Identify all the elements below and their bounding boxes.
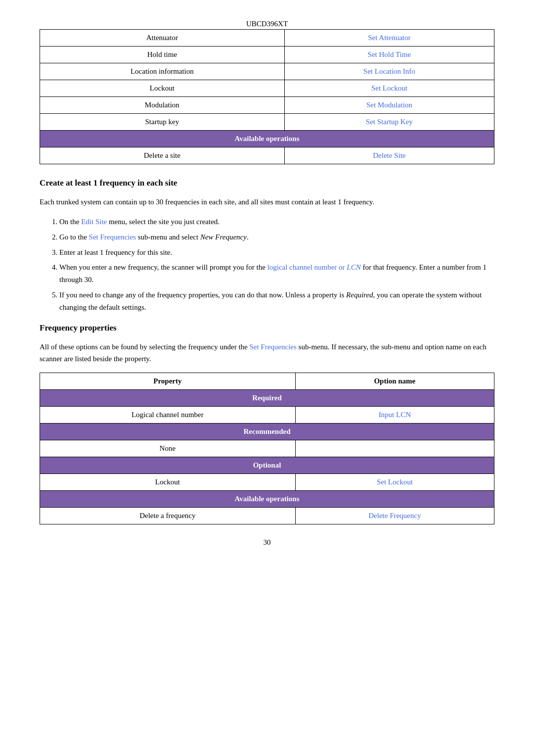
property-cell: Location information	[40, 63, 285, 80]
step2-text-before: Go to the	[59, 233, 89, 241]
property-cell: Modulation	[40, 97, 285, 114]
property-cell: None	[40, 440, 296, 457]
option-cell: Set Location Info	[284, 63, 494, 80]
delete-frequency-link[interactable]: Delete Frequency	[368, 512, 421, 520]
available-operations-label: Available operations	[40, 131, 494, 147]
section1-intro: Each trunked system can contain up to 30…	[40, 196, 494, 208]
available-operations-header: Available operations	[40, 131, 494, 147]
property-cell: Delete a site	[40, 147, 285, 164]
page-content: UBCD396XT Attenuator Set Attenuator Hold…	[40, 20, 494, 547]
step5-text-before: If you need to change any of the frequen…	[59, 291, 482, 311]
table-row: Attenuator Set Attenuator	[40, 30, 494, 47]
property-cell: Attenuator	[40, 30, 285, 47]
logical-channel-link[interactable]: logical channel number or LCN	[267, 263, 361, 271]
available-operations-header2: Available operations	[40, 491, 494, 508]
set-startup-key-link[interactable]: Set Startup Key	[366, 118, 413, 126]
set-frequencies-link[interactable]: Set Frequencies	[89, 233, 136, 241]
property-cell: Hold time	[40, 47, 285, 63]
property-cell: Delete a frequency	[40, 508, 296, 524]
option-cell: Set Hold Time	[284, 47, 494, 63]
table-row: Modulation Set Modulation	[40, 97, 494, 114]
edit-site-link[interactable]: Edit Site	[81, 218, 107, 226]
device-label: UBCD396XT	[40, 20, 494, 28]
list-item: When you enter a new frequency, the scan…	[59, 261, 494, 286]
required-italic: Required	[346, 291, 373, 299]
step2-text-after: sub-menu and select New Frequency.	[136, 233, 249, 241]
option-cell: Set Lockout	[295, 474, 494, 491]
list-item: Go to the Set Frequencies sub-menu and s…	[59, 231, 494, 243]
option-cell: Delete Frequency	[295, 508, 494, 524]
frequency-properties-table: Property Option name Required Logical ch…	[40, 373, 494, 524]
option-cell: Set Startup Key	[284, 114, 494, 131]
table-row: Hold time Set Hold Time	[40, 47, 494, 63]
step3-text: Enter at least 1 frequency for this site…	[59, 248, 172, 256]
option-cell: Set Modulation	[284, 97, 494, 114]
table-row: Delete a frequency Delete Frequency	[40, 508, 494, 524]
site-properties-table: Attenuator Set Attenuator Hold time Set …	[40, 29, 494, 164]
available-operations-label2: Available operations	[40, 491, 494, 508]
table-header-row: Property Option name	[40, 373, 494, 390]
set-attenuator-link[interactable]: Set Attenuator	[368, 34, 410, 42]
table-row: Logical channel number Input LCN	[40, 407, 494, 424]
col-option: Option name	[295, 373, 494, 390]
new-frequency-italic: New Frequency	[200, 233, 247, 241]
property-cell: Lockout	[40, 474, 296, 491]
set-location-info-link[interactable]: Set Location Info	[363, 67, 415, 75]
option-cell	[295, 440, 494, 457]
list-item: If you need to change any of the frequen…	[59, 289, 494, 314]
section2-intro: All of these options can be found by sel…	[40, 341, 494, 365]
optional-header: Optional	[40, 457, 494, 474]
recommended-header: Recommended	[40, 424, 494, 440]
option-cell: Set Lockout	[284, 80, 494, 97]
step1-text-after: menu, select the site you just created.	[107, 218, 220, 226]
option-cell: Set Attenuator	[284, 30, 494, 47]
input-lcn-link[interactable]: Input LCN	[379, 411, 411, 419]
option-cell: Delete Site	[284, 147, 494, 164]
page-number: 30	[40, 538, 494, 547]
property-cell: Logical channel number	[40, 407, 296, 424]
option-cell: Input LCN	[295, 407, 494, 424]
table-row: Delete a site Delete Site	[40, 147, 494, 164]
steps-list: On the Edit Site menu, select the site y…	[59, 216, 494, 313]
section2-title: Frequency properties	[40, 323, 494, 333]
lcn-italic: LCN	[347, 263, 360, 271]
required-header: Required	[40, 390, 494, 407]
set-lockout-freq-link[interactable]: Set Lockout	[377, 478, 413, 486]
required-label: Required	[40, 390, 494, 407]
table-row: Lockout Set Lockout	[40, 80, 494, 97]
property-cell: Startup key	[40, 114, 285, 131]
list-item: Enter at least 1 frequency for this site…	[59, 246, 494, 259]
table-row: Lockout Set Lockout	[40, 474, 494, 491]
set-lockout-link[interactable]: Set Lockout	[371, 84, 407, 92]
table-row: None	[40, 440, 494, 457]
set-frequencies-link2[interactable]: Set Frequencies	[249, 343, 296, 351]
step4-text-before: When you enter a new frequency, the scan…	[59, 263, 267, 271]
delete-site-link[interactable]: Delete Site	[373, 151, 405, 159]
optional-label: Optional	[40, 457, 494, 474]
table-row: Location information Set Location Info	[40, 63, 494, 80]
list-item: On the Edit Site menu, select the site y…	[59, 216, 494, 228]
table-row: Startup key Set Startup Key	[40, 114, 494, 131]
set-modulation-link[interactable]: Set Modulation	[366, 101, 412, 109]
section2-intro-before: All of these options can be found by sel…	[40, 343, 249, 351]
col-property: Property	[40, 373, 296, 390]
set-hold-time-link[interactable]: Set Hold Time	[368, 50, 411, 58]
step1-text-before: On the	[59, 218, 81, 226]
section1-title: Create at least 1 frequency in each site	[40, 178, 494, 188]
recommended-label: Recommended	[40, 424, 494, 440]
property-cell: Lockout	[40, 80, 285, 97]
